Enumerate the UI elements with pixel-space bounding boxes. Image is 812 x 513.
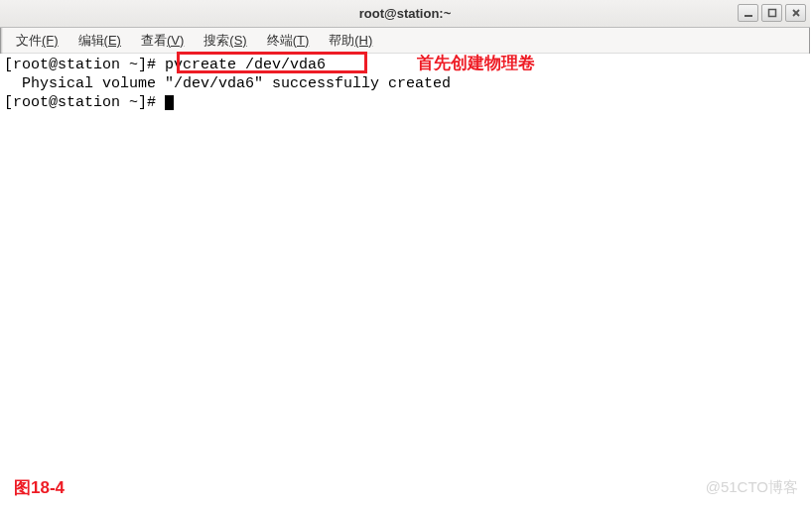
- maximize-icon: [767, 8, 777, 18]
- minimize-button[interactable]: [738, 4, 758, 22]
- window-title: root@station:~: [359, 6, 451, 21]
- annotation-callout: 首先创建物理卷: [417, 54, 535, 72]
- terminal-line: [root@station ~]#: [4, 93, 806, 112]
- window-controls: [738, 4, 806, 22]
- shell-prompt: [root@station ~]#: [4, 57, 165, 73]
- figure-label: 图18-4: [14, 476, 65, 499]
- watermark: @51CTO博客: [706, 478, 798, 497]
- terminal-cursor: [165, 95, 174, 110]
- terminal-line: [root@station ~]# pvcreate /dev/vda6: [4, 56, 806, 74]
- terminal-line: Physical volume "/dev/vda6" successfully…: [4, 74, 806, 93]
- maximize-button[interactable]: [761, 4, 782, 22]
- window-titlebar: root@station:~: [0, 0, 810, 28]
- shell-prompt: [root@station ~]#: [4, 94, 165, 111]
- svg-rect-1: [768, 10, 775, 17]
- close-icon: [791, 8, 801, 18]
- close-button[interactable]: [785, 4, 806, 22]
- terminal-output[interactable]: [root@station ~]# pvcreate /dev/vda6 Phy…: [0, 54, 810, 503]
- minimize-icon: [744, 8, 753, 18]
- shell-command: pvcreate /dev/vda6: [165, 57, 326, 73]
